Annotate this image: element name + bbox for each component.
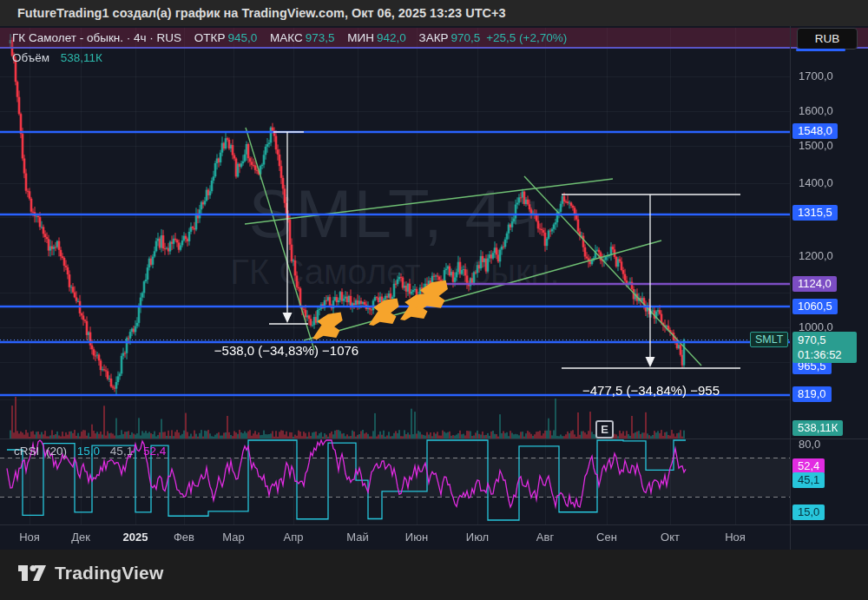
price-level-badge: 538,11К — [792, 420, 843, 436]
tradingview-logo-text: TradingView — [55, 563, 164, 584]
volume-label: Объём — [12, 51, 49, 64]
last-price-value: 970,5 — [798, 333, 852, 347]
time-axis-label: Май — [346, 531, 368, 544]
last-price-badge: 970,5 01:36:52 — [792, 332, 857, 363]
price-tick: 1600,0 — [799, 104, 833, 117]
price-tick: 80,0 — [799, 438, 820, 451]
tradingview-logo[interactable]: TradingView — [17, 562, 164, 584]
price-level-badge: 819,0 — [792, 386, 832, 402]
measure-label-right: −477,5 (−34,84%) −955 — [582, 383, 720, 398]
rsi-value-3: 52,4 — [143, 445, 166, 458]
rsi-params: (20) — [46, 445, 67, 458]
tradingview-logo-icon — [17, 562, 47, 584]
rsi-name[interactable]: cRSI — [14, 445, 39, 458]
time-axis-label: Апр — [284, 531, 304, 544]
price-tick: 1700,0 — [799, 69, 833, 82]
volume-value: 538,11К — [61, 51, 102, 64]
time-axis-label: 2025 — [123, 531, 148, 544]
time-axis-label: Авг — [536, 531, 554, 544]
price-tick: 1500,0 — [799, 139, 833, 152]
measure-label-left: −538,0 (−34,83%) −1076 — [214, 343, 358, 358]
symbol-tag: SMLT — [750, 332, 788, 347]
earnings-event-badge[interactable]: E — [595, 420, 614, 438]
price-level-badge: 45,1 — [792, 472, 825, 488]
close-label: ЗАКР — [419, 31, 449, 44]
time-axis-label: Окт — [661, 531, 680, 544]
time-axis-label: Июл — [466, 531, 489, 544]
symbol-description[interactable]: ГК Самолет - обыкн. · 4ч · RUS — [12, 31, 181, 44]
open-label: ОТКР — [194, 31, 226, 44]
price-level-badge: 1548,0 — [792, 123, 838, 139]
symbol-info-bar[interactable]: ГК Самолет - обыкн. · 4ч · RUS ОТКР945,0… — [0, 28, 868, 49]
close-value: 970,5 — [451, 31, 481, 44]
price-level-badge: 15,0 — [792, 504, 825, 520]
time-axis-label: Июн — [405, 531, 428, 544]
currency-button[interactable]: RUB — [797, 28, 858, 49]
change-value: +25,5 (+2,70%) — [486, 31, 567, 44]
time-axis-separator — [0, 524, 868, 525]
volume-row[interactable]: Объём 538,11К — [12, 51, 102, 64]
time-axis-label: Фев — [174, 531, 194, 544]
price-scale-separator[interactable] — [790, 26, 791, 550]
time-axis-label: Дек — [71, 531, 90, 544]
share-attribution-bar: FutureTrading1 создал(а) график на Tradi… — [0, 0, 868, 26]
time-axis-label: Ноя — [725, 531, 746, 544]
time-axis-label: Сен — [596, 531, 617, 544]
high-label: МАКС — [270, 31, 303, 44]
rsi-indicator-legend[interactable]: cRSI (20) 15,0 45,1 52,4 — [14, 445, 173, 458]
price-level-badge: 1060,5 — [792, 299, 838, 314]
low-label: МИН — [347, 31, 374, 44]
low-value: 942,0 — [377, 31, 406, 44]
price-level-badge: 1124,0 — [792, 276, 837, 292]
rsi-value-2: 45,1 — [110, 445, 133, 458]
price-tick: 1200,0 — [799, 249, 833, 262]
time-axis-label: Мар — [222, 531, 244, 544]
bottom-bar: TradingView — [0, 550, 868, 600]
time-axis-label: Ноя — [19, 531, 40, 544]
price-tick: 1400,0 — [799, 176, 833, 189]
price-chart-canvas[interactable] — [0, 0, 868, 550]
bar-countdown: 01:36:52 — [798, 347, 852, 362]
tradingview-shared-chart: FutureTrading1 создал(а) график на Tradi… — [0, 0, 868, 600]
currency-underline — [796, 49, 845, 51]
price-level-badge: 1315,5 — [792, 205, 838, 221]
rsi-pane-separator[interactable] — [0, 438, 868, 439]
share-attribution-text: FutureTrading1 создал(а) график на Tradi… — [17, 6, 506, 20]
rsi-value-1: 15,0 — [77, 445, 100, 458]
high-value: 973,5 — [306, 31, 335, 44]
open-value: 945,0 — [227, 31, 257, 44]
